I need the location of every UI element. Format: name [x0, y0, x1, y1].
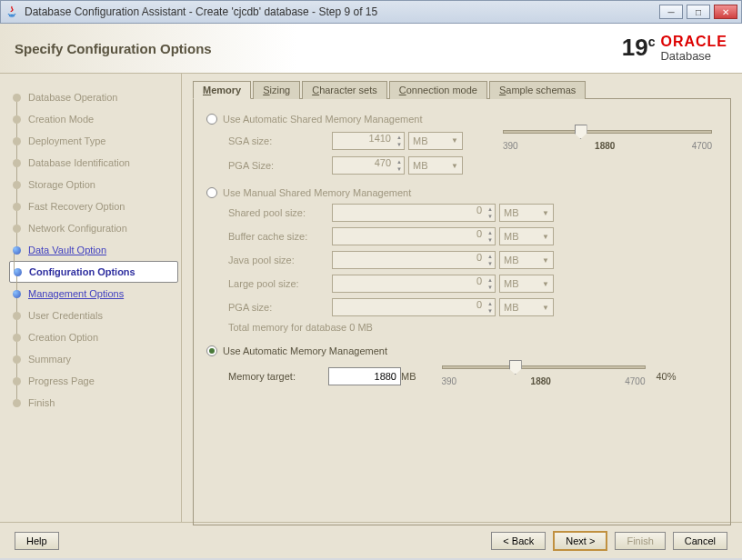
- sidebar-step: Progress Page: [13, 370, 181, 392]
- sidebar-step: Creation Mode: [13, 108, 181, 130]
- sidebar-step: Database Operation: [13, 86, 181, 108]
- radio-icon: [206, 187, 217, 198]
- sidebar-step: Fast Recovery Option: [13, 195, 181, 217]
- page-title: Specify Configuration Options: [15, 41, 212, 56]
- mem-row-input[interactable]: 0: [332, 204, 496, 222]
- step-label: Management Options: [28, 288, 124, 299]
- sga-slider[interactable]: 39018804700: [503, 130, 712, 151]
- footer: Help < Back Next > Finish Cancel: [0, 522, 742, 558]
- sidebar-step: User Credentials: [13, 305, 181, 326]
- sga-unit-select[interactable]: MB: [408, 132, 463, 150]
- mem-row-unit[interactable]: MB: [499, 204, 554, 222]
- header: Specify Configuration Options 19c ORACLE…: [0, 24, 742, 74]
- tabs: MemorySizingCharacter setsConnection mod…: [193, 81, 731, 99]
- step-dot-icon: [13, 355, 21, 364]
- step-label: Storage Option: [28, 179, 95, 190]
- mem-row-unit[interactable]: MB: [499, 275, 554, 293]
- tab-character-sets[interactable]: Character sets: [302, 81, 387, 99]
- java-icon: [5, 5, 19, 19]
- step-dot-icon: [13, 334, 21, 342]
- step-label: Finish: [28, 397, 55, 408]
- step-dot-icon: [13, 181, 21, 189]
- pga-size-input[interactable]: 470: [332, 156, 405, 175]
- mem-row-input[interactable]: 0: [332, 298, 496, 316]
- step-label: Creation Option: [28, 332, 98, 343]
- step-label: Database Identification: [28, 157, 130, 168]
- sidebar-step: Summary: [13, 348, 181, 370]
- titlebar: Database Configuration Assistant - Creat…: [0, 0, 742, 24]
- step-label: Fast Recovery Option: [28, 201, 125, 212]
- step-dot-icon: [13, 399, 21, 407]
- step-label: User Credentials: [28, 310, 103, 321]
- finish-button: Finish: [615, 532, 665, 550]
- close-button[interactable]: ✕: [714, 5, 737, 19]
- next-button[interactable]: Next >: [553, 531, 607, 551]
- radio-manual-shared[interactable]: Use Manual Shared Memory Management: [206, 187, 717, 198]
- minimize-button[interactable]: ─: [659, 5, 683, 19]
- memory-percent: 40%: [657, 371, 677, 382]
- sidebar-step: Database Identification: [13, 152, 181, 174]
- radio-icon: [206, 345, 217, 356]
- mem-row-unit[interactable]: MB: [499, 227, 554, 245]
- step-label: Configuration Options: [29, 266, 135, 277]
- radio-automatic-memory[interactable]: Use Automatic Memory Management: [206, 345, 717, 356]
- step-dot-icon: [13, 246, 21, 255]
- pga-unit-select[interactable]: MB: [408, 156, 463, 175]
- sidebar-step: Deployment Type: [13, 130, 181, 152]
- sidebar-step: Creation Option: [13, 326, 181, 348]
- sidebar-step: Network Configuration: [13, 217, 181, 239]
- sga-size-input[interactable]: 1410: [332, 132, 405, 150]
- sidebar-step[interactable]: Data Vault Option: [13, 239, 181, 261]
- step-dot-icon: [13, 377, 21, 385]
- step-dot-icon: [13, 159, 21, 167]
- step-label: Data Vault Option: [28, 245, 106, 255]
- step-label: Summary: [28, 354, 71, 365]
- wizard-sidebar: Database OperationCreation ModeDeploymen…: [0, 74, 182, 522]
- mem-row-label: Buffer cache size:: [228, 231, 328, 242]
- mem-row-input[interactable]: 0: [332, 227, 496, 245]
- mem-row-label: Shared pool size:: [228, 207, 328, 218]
- radio-automatic-shared[interactable]: Use Automatic Shared Memory Management: [206, 114, 717, 125]
- mem-row-label: PGA size:: [228, 302, 328, 313]
- maximize-button[interactable]: □: [687, 5, 710, 19]
- mem-row-label: Java pool size:: [228, 255, 328, 265]
- mem-row-unit[interactable]: MB: [499, 298, 554, 316]
- sidebar-step: Finish: [13, 392, 181, 414]
- mem-row-input[interactable]: 0: [332, 251, 496, 269]
- step-dot-icon: [13, 312, 21, 320]
- help-button[interactable]: Help: [15, 532, 59, 550]
- step-label: Progress Page: [28, 375, 95, 386]
- mem-row-label: Large pool size:: [228, 278, 328, 289]
- tab-memory[interactable]: Memory: [193, 81, 251, 99]
- radio-icon: [206, 114, 217, 125]
- total-memory-label: Total memory for database 0 MB: [228, 322, 373, 333]
- sidebar-step[interactable]: Management Options: [13, 283, 181, 305]
- cancel-button[interactable]: Cancel: [673, 532, 727, 550]
- sga-label: SGA size:: [228, 135, 328, 146]
- brand-logo: 19c ORACLEDatabase: [622, 34, 727, 63]
- window-title: Database Configuration Assistant - Creat…: [25, 5, 377, 18]
- sidebar-step[interactable]: Configuration Options: [9, 261, 178, 283]
- step-label: Creation Mode: [28, 114, 94, 125]
- step-dot-icon: [13, 137, 21, 145]
- tab-sizing[interactable]: Sizing: [253, 81, 300, 99]
- step-dot-icon: [13, 290, 21, 298]
- mem-row-unit[interactable]: MB: [499, 251, 554, 269]
- step-label: Deployment Type: [28, 135, 105, 146]
- step-dot-icon: [14, 268, 22, 276]
- tab-connection-mode[interactable]: Connection mode: [389, 81, 487, 99]
- memory-target-slider[interactable]: 39018804700: [442, 365, 646, 386]
- sidebar-step: Storage Option: [13, 174, 181, 195]
- step-label: Network Configuration: [28, 223, 127, 234]
- tab-sample-schemas[interactable]: Sample schemas: [489, 81, 586, 99]
- memory-target-input[interactable]: [328, 367, 401, 385]
- mem-row-input[interactable]: 0: [332, 275, 496, 293]
- step-dot-icon: [13, 115, 21, 124]
- step-dot-icon: [13, 225, 21, 233]
- memory-target-label: Memory target:: [228, 371, 328, 382]
- step-dot-icon: [13, 94, 21, 102]
- back-button[interactable]: < Back: [491, 532, 546, 550]
- memory-panel: Use Automatic Shared Memory Management S…: [193, 98, 731, 525]
- step-label: Database Operation: [28, 92, 117, 103]
- pga-label: PGA Size:: [228, 160, 328, 171]
